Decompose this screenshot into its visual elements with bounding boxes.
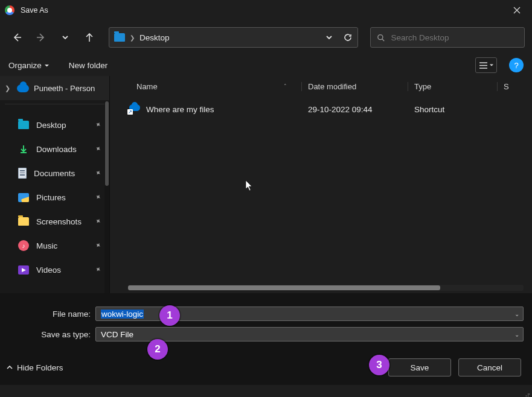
sidebar-item-pictures[interactable]: Pictures ✦ bbox=[0, 185, 109, 209]
pin-icon: ✦ bbox=[93, 168, 103, 178]
sidebar-item-label: Pictures bbox=[36, 193, 66, 202]
chevron-down-icon[interactable]: ⌄ bbox=[514, 331, 519, 338]
svg-point-0 bbox=[378, 34, 383, 39]
back-button[interactable] bbox=[7, 26, 27, 49]
sidebar-scrollbar[interactable] bbox=[104, 101, 109, 293]
column-header-name[interactable]: Name ˄ bbox=[110, 82, 302, 91]
search-input[interactable] bbox=[391, 33, 519, 42]
nav-bar: ❯ Desktop bbox=[0, 21, 532, 54]
help-button[interactable]: ? bbox=[509, 58, 524, 72]
chevron-down-icon[interactable] bbox=[325, 33, 333, 42]
horizontal-scrollbar[interactable] bbox=[128, 285, 524, 291]
sort-asc-icon: ˄ bbox=[284, 83, 287, 89]
chevron-down-icon bbox=[61, 33, 69, 42]
file-list-panel: Name ˄ Date modified Type S ↗ Where are … bbox=[110, 76, 532, 293]
save-button[interactable]: Save bbox=[388, 358, 451, 376]
arrow-right-icon bbox=[36, 32, 46, 43]
file-type: Shortcut bbox=[408, 105, 498, 114]
organize-label: Organize bbox=[8, 61, 42, 70]
pin-icon: ✦ bbox=[93, 119, 103, 130]
up-button[interactable] bbox=[80, 26, 99, 49]
pin-icon: ✦ bbox=[93, 192, 103, 202]
file-row[interactable]: ↗ Where are my files 29-10-2022 09:44 Sh… bbox=[110, 97, 532, 122]
pin-icon: ✦ bbox=[93, 264, 103, 275]
sidebar-item-label: Music bbox=[36, 241, 57, 250]
sidebar-item-onedrive[interactable]: ❯ Puneeth - Person bbox=[0, 76, 109, 100]
view-mode-button[interactable] bbox=[475, 57, 497, 73]
sidebar-item-videos[interactable]: ▶ Videos ✦ bbox=[0, 258, 109, 282]
column-label: Name bbox=[136, 82, 158, 91]
sidebar-item-screenshots[interactable]: Screenshots ✦ bbox=[0, 209, 109, 233]
sidebar: ❯ Puneeth - Person Desktop ✦ Downloads ✦… bbox=[0, 76, 110, 293]
savetype-label: Save as type: bbox=[8, 330, 95, 339]
pictures-icon bbox=[18, 193, 29, 202]
savetype-value: VCD File bbox=[101, 330, 133, 339]
folder-icon bbox=[18, 217, 29, 226]
onedrive-icon bbox=[17, 84, 29, 92]
resize-grip-icon[interactable]: ⠴⠂ bbox=[525, 393, 531, 396]
recent-dropdown[interactable] bbox=[56, 26, 75, 49]
refresh-icon[interactable] bbox=[343, 33, 353, 42]
chevron-right-icon: ❯ bbox=[5, 84, 12, 92]
sidebar-item-label: Documents bbox=[34, 169, 75, 178]
column-header-date[interactable]: Date modified bbox=[302, 82, 408, 91]
organize-menu[interactable]: Organize bbox=[8, 61, 50, 70]
filename-input[interactable]: wokwi-logic ⌄ bbox=[95, 306, 524, 321]
tool-bar: Organize New folder ? bbox=[0, 54, 532, 76]
address-bar[interactable]: ❯ Desktop bbox=[109, 27, 358, 48]
column-header-row: Name ˄ Date modified Type S bbox=[110, 76, 532, 97]
caret-down-icon bbox=[44, 63, 50, 68]
sidebar-item-label: Desktop bbox=[36, 121, 66, 130]
filename-value: wokwi-logic bbox=[101, 310, 144, 319]
sidebar-quick-access: Desktop ✦ Downloads ✦ Documents ✦ Pictur… bbox=[0, 107, 109, 288]
caret-down-icon bbox=[489, 63, 494, 68]
sidebar-item-music[interactable]: ♪ Music ✦ bbox=[0, 233, 109, 258]
hide-folders-label: Hide Folders bbox=[17, 363, 63, 372]
close-button[interactable] bbox=[507, 0, 527, 21]
desktop-icon bbox=[18, 121, 29, 129]
sidebar-onedrive-label: Puneeth - Person bbox=[34, 84, 95, 93]
sidebar-item-label: Screenshots bbox=[36, 217, 82, 226]
hide-folders-toggle[interactable]: Hide Folders bbox=[6, 363, 63, 372]
search-box[interactable] bbox=[370, 27, 525, 48]
chrome-icon bbox=[5, 5, 14, 15]
downloads-icon bbox=[18, 144, 29, 154]
chevron-down-icon[interactable]: ⌄ bbox=[514, 311, 519, 317]
arrow-up-icon bbox=[84, 32, 95, 43]
pin-icon: ✦ bbox=[93, 216, 103, 226]
sidebar-item-label: Videos bbox=[36, 265, 61, 275]
column-header-size[interactable]: S bbox=[498, 82, 532, 91]
new-folder-button[interactable]: New folder bbox=[69, 61, 108, 70]
cancel-button[interactable]: Cancel bbox=[458, 358, 521, 376]
dialog-title: Save As bbox=[21, 6, 48, 14]
music-icon: ♪ bbox=[18, 240, 29, 251]
cursor-icon bbox=[245, 180, 254, 192]
pin-icon: ✦ bbox=[93, 144, 103, 154]
forward-button[interactable] bbox=[31, 26, 51, 49]
scrollbar-thumb[interactable] bbox=[105, 101, 109, 186]
file-date: 29-10-2022 09:44 bbox=[302, 105, 408, 114]
arrow-left-icon bbox=[11, 32, 22, 43]
chevron-up-icon bbox=[6, 364, 13, 371]
file-name: Where are my files bbox=[146, 105, 214, 114]
sidebar-item-label: Downloads bbox=[36, 145, 77, 154]
dialog-footer: Hide Folders Save Cancel bbox=[0, 350, 532, 385]
search-icon bbox=[377, 33, 385, 42]
documents-icon bbox=[18, 168, 27, 179]
title-bar: Save As bbox=[0, 0, 532, 21]
scrollbar-thumb[interactable] bbox=[128, 285, 440, 290]
breadcrumb-location[interactable]: Desktop bbox=[139, 33, 170, 42]
save-form: File name: wokwi-logic ⌄ Save as type: V… bbox=[0, 293, 532, 350]
column-header-type[interactable]: Type bbox=[408, 82, 498, 91]
savetype-select[interactable]: VCD File ⌄ bbox=[95, 327, 524, 341]
breadcrumb-sep-icon: ❯ bbox=[130, 34, 135, 41]
sidebar-divider bbox=[5, 104, 104, 104]
list-view-icon bbox=[479, 62, 488, 69]
sidebar-item-downloads[interactable]: Downloads ✦ bbox=[0, 137, 109, 161]
videos-icon: ▶ bbox=[18, 265, 29, 275]
filename-label: File name: bbox=[8, 310, 95, 319]
sidebar-item-documents[interactable]: Documents ✦ bbox=[0, 161, 109, 185]
sidebar-item-desktop[interactable]: Desktop ✦ bbox=[0, 113, 109, 137]
main-area: ❯ Puneeth - Person Desktop ✦ Downloads ✦… bbox=[0, 76, 532, 293]
pin-icon: ✦ bbox=[93, 240, 103, 250]
